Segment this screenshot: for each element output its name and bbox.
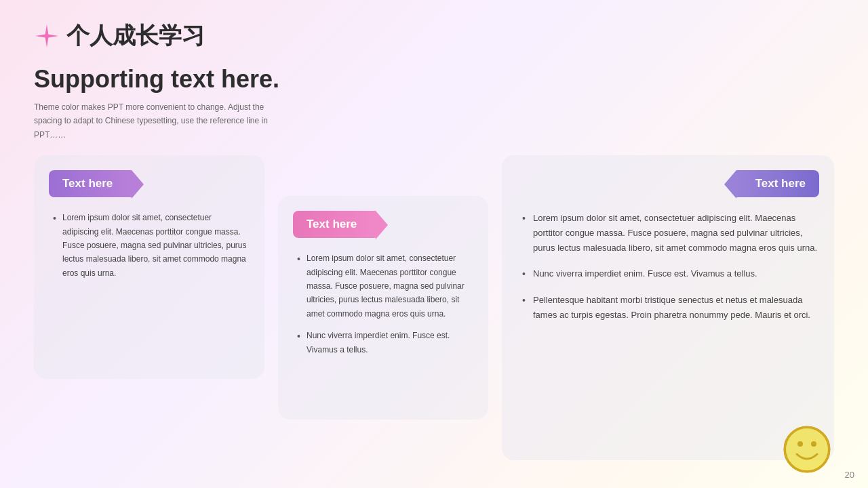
- card-right: Text here Lorem ipsum dolor sit amet, co…: [502, 155, 834, 460]
- main-layout: Text here Lorem ipsum dolor sit amet, co…: [34, 155, 834, 460]
- supporting-title: Supporting text here.: [34, 65, 834, 94]
- card-left-bullets: Lorem ipsum dolor sit amet, consectetuer…: [34, 211, 264, 280]
- card-right-tag-wrap: Text here: [502, 155, 834, 197]
- list-item: Nunc viverra imperdiet enim. Fusce est. …: [297, 329, 473, 357]
- card-middle: Text here Lorem ipsum dolor sit amet, co…: [278, 196, 488, 420]
- smiley-icon: [783, 426, 831, 473]
- supporting-desc: Theme color makes PPT more convenient to…: [34, 100, 292, 142]
- card-left-tag-wrap: Text here: [34, 155, 264, 211]
- svg-point-4: [797, 441, 803, 447]
- card-left: Text here Lorem ipsum dolor sit amet, co…: [34, 155, 264, 379]
- star-icon: [34, 23, 60, 49]
- page-number: 20: [845, 470, 854, 480]
- card-middle-tag-wrap: Text here: [278, 196, 488, 251]
- list-item: Lorem ipsum dolor sit amet, consectetuer…: [297, 251, 473, 321]
- svg-point-3: [786, 428, 828, 470]
- right-section: Text here Lorem ipsum dolor sit amet, co…: [502, 155, 834, 460]
- slide: 个人成长学习 Supporting text here. Theme color…: [0, 0, 868, 488]
- card-middle-tag: Text here: [293, 211, 376, 238]
- svg-point-5: [811, 441, 816, 447]
- card-right-tag: Text here: [736, 170, 819, 197]
- supporting-section: Supporting text here. Theme color makes …: [34, 65, 834, 142]
- header: 个人成长学习: [34, 20, 834, 52]
- title-chinese: 个人成长学习: [66, 20, 205, 52]
- left-section: Text here Lorem ipsum dolor sit amet, co…: [34, 155, 264, 379]
- card-left-tag: Text here: [49, 170, 132, 197]
- list-item: Lorem ipsum dolor sit amet, consectetuer…: [53, 211, 250, 280]
- card-middle-bullets: Lorem ipsum dolor sit amet, consectetuer…: [278, 251, 488, 357]
- list-item: Nunc viverra imperdiet enim. Fusce est. …: [522, 266, 819, 281]
- list-item: Lorem ipsum dolor sit amet, consectetuer…: [522, 211, 819, 256]
- list-item: Pellentesque habitant morbi tristique se…: [522, 293, 819, 323]
- card-right-bullets: Lorem ipsum dolor sit amet, consectetuer…: [502, 211, 834, 323]
- middle-section: Text here Lorem ipsum dolor sit amet, co…: [278, 196, 488, 420]
